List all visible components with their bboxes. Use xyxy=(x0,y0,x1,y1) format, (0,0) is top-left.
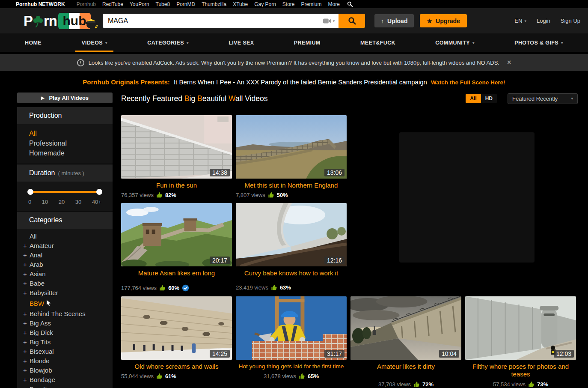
category-big-ass[interactable]: +Big Ass xyxy=(23,319,113,328)
thumbs-up-icon xyxy=(268,192,274,198)
network-link-tube8[interactable]: Tube8 xyxy=(156,1,170,7)
nav-live-sex[interactable]: LIVE SEX xyxy=(229,33,254,52)
duration-slider[interactable] xyxy=(28,189,101,195)
thumbnail-great-wall[interactable]: 20:17 xyxy=(121,203,232,266)
search-button[interactable] xyxy=(339,14,365,28)
expand-plus-icon: + xyxy=(23,366,30,375)
category-babe[interactable]: +Babe xyxy=(23,279,113,288)
upload-button[interactable]: ↑ Upload xyxy=(374,14,414,27)
video-card[interactable]: 31:17 Hot young thing gets laid for the … xyxy=(236,296,347,388)
chevron-down-icon: ▾ xyxy=(105,41,107,45)
category-brazilian[interactable]: +Brazilian xyxy=(23,385,113,388)
originals-banner: Pornhub Originals Presents: It Berns Whe… xyxy=(0,78,588,86)
video-title[interactable]: Fun in the sun xyxy=(121,182,232,189)
video-title[interactable]: Old whore screams and wails xyxy=(121,363,232,370)
video-title[interactable]: Amateur likes it dirty xyxy=(350,363,461,379)
filter-hd-button[interactable]: HD xyxy=(481,94,497,103)
nav-meetandfuck[interactable]: MEET&FUCK xyxy=(360,33,395,52)
search-input[interactable] xyxy=(103,14,319,28)
login-link[interactable]: Login xyxy=(537,18,550,24)
production-filter-all[interactable]: All xyxy=(29,128,113,138)
category-bbw[interactable]: BBW xyxy=(23,298,113,309)
nav-community[interactable]: COMMUNITY ▾ xyxy=(435,33,475,52)
network-link-store[interactable]: Store xyxy=(282,1,295,7)
signup-link[interactable]: Sign Up xyxy=(561,18,580,24)
category-blowjob[interactable]: +Blowjob xyxy=(23,366,113,375)
network-link-thumbzilla[interactable]: Thumbzilla xyxy=(202,1,226,7)
nav-photos-gifs[interactable]: PHOTOS & GIFS ▾ xyxy=(514,33,563,52)
nav-videos[interactable]: VIDEOS ▾ xyxy=(81,33,107,52)
sort-dropdown[interactable]: Featured Recently ▾ xyxy=(508,93,578,104)
video-card[interactable]: 14:38 Fun in the sun 76,357 views 82% xyxy=(121,115,232,198)
network-link-xtube[interactable]: XTube xyxy=(233,1,248,7)
slider-handle-max[interactable] xyxy=(96,189,102,195)
category-blonde[interactable]: +Blonde xyxy=(23,356,113,366)
category-asian[interactable]: +Asian xyxy=(23,269,113,279)
video-card[interactable]: 12:16 Curvy babe knows how to work it 23… xyxy=(236,203,347,292)
network-link-premium[interactable]: Premium xyxy=(301,1,322,7)
sidebar: ▶ Play All Videos Production All Profess… xyxy=(17,93,113,388)
thumbnail-cinder-block-wall[interactable]: 14:38 xyxy=(121,115,232,179)
language-selector[interactable]: EN ▾ xyxy=(514,18,526,24)
nav-home[interactable]: HOME xyxy=(25,33,42,52)
category-big-dick[interactable]: +Big Dick xyxy=(23,328,113,337)
production-filter-professional[interactable]: Professional xyxy=(29,138,113,148)
slider-track xyxy=(28,191,101,193)
category-babysitter[interactable]: +Babysitter xyxy=(23,288,113,298)
banner-cta-link[interactable]: Watch the Full Scene Here! xyxy=(431,79,505,86)
network-link-gayporn[interactable]: Gay Porn xyxy=(254,1,276,7)
network-link-more[interactable]: More xyxy=(328,1,340,7)
thumbnail-western-wall[interactable]: 14:25 xyxy=(121,296,232,360)
video-card[interactable]: 14:25 Old whore screams and wails 55,044… xyxy=(121,296,232,388)
expand-plus-icon: + xyxy=(23,328,30,337)
production-filter-homemade[interactable]: Homemade xyxy=(29,148,113,158)
video-card[interactable]: 20:17 Mature Asian likes em long 177,764… xyxy=(121,203,232,292)
category-arab[interactable]: +Arab xyxy=(23,260,113,269)
video-title[interactable]: Met this slut in Northern England xyxy=(236,182,347,189)
network-link-pornmd[interactable]: PornMD xyxy=(176,1,195,7)
slider-handle-min[interactable] xyxy=(27,189,33,195)
play-icon: ▶ xyxy=(41,96,45,100)
video-card[interactable]: 13:06 Met this slut in Northern England … xyxy=(236,115,347,198)
video-title[interactable]: Mature Asian likes em long xyxy=(121,269,232,277)
nav-categories[interactable]: CATEGORIES ▾ xyxy=(147,33,189,52)
expand-plus-icon: + xyxy=(23,251,30,260)
thumbnail-bricklayer[interactable]: 31:17 xyxy=(236,296,347,360)
network-link-pornhub[interactable]: Pornhub xyxy=(77,1,96,7)
category-big-tits[interactable]: +Big Tits xyxy=(23,337,113,347)
network-search-icon[interactable] xyxy=(347,1,353,7)
video-stats: 37,703 views 72% xyxy=(350,381,461,388)
thumbnail-border-wall-tower[interactable]: 12:03 xyxy=(465,296,576,360)
category-bondage[interactable]: +Bondage xyxy=(23,375,113,385)
site-logo[interactable]: P rn hub xyxy=(24,13,91,29)
thumbnail-hadrians-wall[interactable]: 13:06 xyxy=(236,115,347,179)
video-card[interactable]: 12:03 Filthy whore poses for photos and … xyxy=(465,296,576,388)
banner-prefix: Pornhub Originals Presents: xyxy=(83,78,169,86)
category-all[interactable]: All xyxy=(23,232,113,241)
nav-premium[interactable]: PREMIUM xyxy=(294,33,321,52)
video-title[interactable]: Filthy whore poses for photos and teases xyxy=(465,363,576,379)
duration-badge: 31:17 xyxy=(324,350,344,358)
thumbnail-curved-concrete-wall[interactable]: 12:16 xyxy=(236,203,347,266)
rating-percent: 65% xyxy=(308,373,319,379)
close-icon[interactable]: × xyxy=(507,59,511,66)
expand-plus-icon: + xyxy=(23,347,30,356)
play-all-videos-button[interactable]: ▶ Play All Videos xyxy=(17,93,113,103)
video-title[interactable]: Hot young thing gets laid for the first … xyxy=(236,363,347,370)
video-card[interactable]: 10:04 Amateur likes it dirty 37,703 view… xyxy=(350,296,461,388)
upgrade-button[interactable]: ★ Upgrade xyxy=(420,14,466,27)
expand-plus-icon: + xyxy=(23,260,30,269)
category-bisexual[interactable]: +Bisexual xyxy=(23,347,113,356)
filter-all-button[interactable]: All xyxy=(466,94,481,103)
video-search-camera-icon[interactable]: ▾ xyxy=(319,14,339,28)
category-amateur[interactable]: +Amateur xyxy=(23,241,113,251)
video-stats: 177,764 views 60% xyxy=(121,284,232,292)
category-behind-the-scenes[interactable]: +Behind The Scenes xyxy=(23,309,113,319)
category-anal[interactable]: +Anal xyxy=(23,251,113,260)
network-link-redtube[interactable]: RedTube xyxy=(102,1,123,7)
network-link-youporn[interactable]: YouPorn xyxy=(130,1,149,7)
video-title[interactable]: Curvy babe knows how to work it xyxy=(236,269,347,277)
filters: All HD Featured Recently ▾ xyxy=(466,93,578,104)
chevron-down-icon: ▾ xyxy=(571,96,573,101)
thumbnail-barbed-wire-wall[interactable]: 10:04 xyxy=(350,296,461,360)
